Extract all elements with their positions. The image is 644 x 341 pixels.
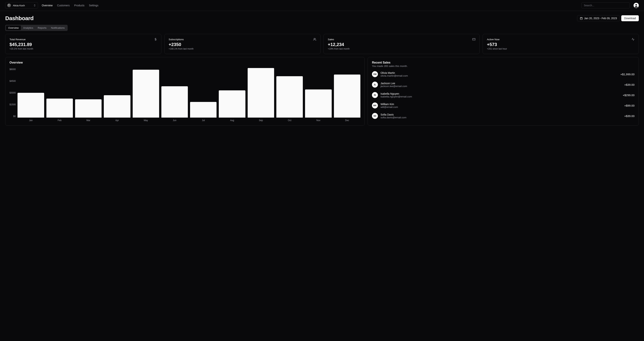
chart-bar (104, 95, 130, 118)
x-tick: Nov (305, 119, 332, 122)
sale-row: OMOlivia Martinolivia.martin@email.com+$… (372, 71, 634, 77)
svg-point-1 (636, 4, 637, 6)
stat-value: +573 (487, 42, 634, 47)
x-tick: Jan (18, 119, 44, 122)
y-tick: $4500 (10, 80, 16, 82)
stat-value: +12,234 (328, 42, 475, 47)
stat-value: $45,231.89 (10, 42, 157, 47)
page-title: Dashboard (5, 15, 34, 22)
sale-row: JLJackson Leejackson.lee@email.com+$39.0… (372, 82, 634, 88)
sale-row: INIsabella Nguyenisabella.nguyen@email.c… (372, 92, 634, 98)
recent-sales-title: Recent Sales (372, 61, 634, 64)
y-tick: $1500 (10, 103, 16, 106)
sale-row: WKWilliam Kimwill@email.com+$99.00 (372, 102, 634, 108)
sale-name: Olivia Martin (380, 71, 618, 74)
chart-bar (248, 68, 274, 118)
x-tick: Mar (75, 119, 102, 122)
avatar: OM (372, 71, 378, 77)
chart-bar (305, 90, 332, 118)
sale-amount: +$1,999.00 (620, 73, 635, 76)
tab-reports[interactable]: Reports (36, 26, 49, 30)
tab-overview[interactable]: Overview (6, 26, 21, 30)
dollar-icon (154, 38, 157, 41)
sale-name: Sofia Davis (380, 113, 622, 116)
chevron-updown-icon (33, 4, 36, 7)
team-avatar (7, 4, 11, 7)
date-range-label: Jan 20, 2023 - Feb 09, 2023 (584, 17, 617, 20)
stat-label: Active Now (487, 38, 500, 41)
recent-sales-subtitle: You made 265 sales this month. (372, 65, 634, 68)
stat-card: Sales+12,234+19% from last month (324, 34, 480, 54)
dashboard-tabs: OverviewAnalyticsReportsNotifications (5, 25, 68, 31)
chart-bar (334, 74, 360, 118)
nav-item-products[interactable]: Products (74, 4, 84, 7)
nav-item-overview[interactable]: Overview (42, 4, 52, 7)
avatar: SD (372, 113, 378, 119)
x-tick: Jul (190, 119, 216, 122)
sale-email: will@email.com (380, 106, 622, 108)
date-range-picker[interactable]: Jan 20, 2023 - Feb 09, 2023 (577, 15, 620, 21)
chart-bar (219, 90, 245, 118)
tab-notifications[interactable]: Notifications (49, 26, 67, 30)
y-tick: $3000 (10, 92, 16, 94)
overview-chart-card: Overview $6000$4500$3000$1500$0 JanFebMa… (5, 57, 365, 126)
chart-bar (18, 93, 44, 118)
sale-amount: +$39.00 (624, 114, 634, 118)
nav-item-settings[interactable]: Settings (89, 4, 98, 7)
stat-card: Subscriptions+2350+180.1% from last mont… (164, 34, 320, 54)
sale-amount: +$299.00 (623, 94, 634, 97)
svg-rect-8 (472, 38, 475, 40)
user-avatar[interactable] (634, 3, 639, 8)
team-name: Alicia Koch (13, 4, 32, 7)
avatar: WK (372, 102, 378, 108)
svg-point-7 (314, 38, 315, 39)
x-tick: Aug (219, 119, 245, 122)
tab-analytics[interactable]: Analytics (21, 26, 36, 30)
sale-email: isabella.nguyen@email.com (380, 95, 620, 98)
overview-chart-title: Overview (10, 61, 360, 64)
stat-label: Sales (328, 38, 334, 41)
sale-name: Isabella Nguyen (380, 92, 620, 95)
chart-x-axis: JanFebMarAprMayJunJulAugSepOctNovDec (18, 119, 360, 122)
stat-value: +2350 (169, 42, 316, 47)
sale-name: Jackson Lee (380, 82, 622, 85)
sale-row: SDSofia Davissofia.davis@email.com+$39.0… (372, 113, 634, 119)
svg-rect-2 (580, 17, 582, 20)
sale-email: sofia.davis@email.com (380, 116, 622, 119)
avatar: JL (372, 82, 378, 88)
main-nav: OverviewCustomersProductsSettings (42, 4, 98, 7)
search-input[interactable] (582, 2, 630, 8)
users-icon (313, 38, 316, 41)
y-tick: $6000 (10, 68, 16, 70)
activity-icon (632, 38, 634, 41)
card-icon (472, 38, 475, 41)
x-tick: Dec (334, 119, 360, 122)
stat-delta: +19% from last month (328, 48, 475, 50)
x-tick: Oct (276, 119, 303, 122)
chart-bar (276, 76, 303, 118)
sale-amount: +$39.00 (624, 83, 634, 86)
stat-label: Subscriptions (169, 38, 184, 41)
chart-y-axis: $6000$4500$3000$1500$0 (10, 68, 18, 118)
x-tick: May (133, 119, 159, 122)
stat-delta: +180.1% from last month (169, 48, 316, 50)
chart-bar (46, 98, 73, 118)
stat-delta: +20.1% from last month (10, 48, 157, 50)
sale-email: olivia.martin@email.com (380, 74, 618, 77)
y-tick: $0 (13, 115, 16, 118)
team-switcher[interactable]: Alicia Koch (5, 2, 38, 8)
x-tick: Apr (104, 119, 130, 122)
x-tick: Feb (46, 119, 73, 122)
x-tick: Jun (161, 119, 188, 122)
stat-card: Total Revenue$45,231.89+20.1% from last … (5, 34, 161, 54)
chart-bar (133, 70, 159, 118)
chart-bar (75, 99, 102, 118)
download-button[interactable]: Download (621, 15, 639, 21)
nav-item-customers[interactable]: Customers (57, 4, 70, 7)
avatar: IN (372, 92, 378, 98)
stat-label: Total Revenue (10, 38, 26, 41)
chart-bars (18, 68, 360, 118)
stat-delta: +201 since last hour (487, 48, 634, 50)
stat-card: Active Now+573+201 since last hour (483, 34, 639, 54)
recent-sales-card: Recent Sales You made 265 sales this mon… (368, 57, 639, 126)
